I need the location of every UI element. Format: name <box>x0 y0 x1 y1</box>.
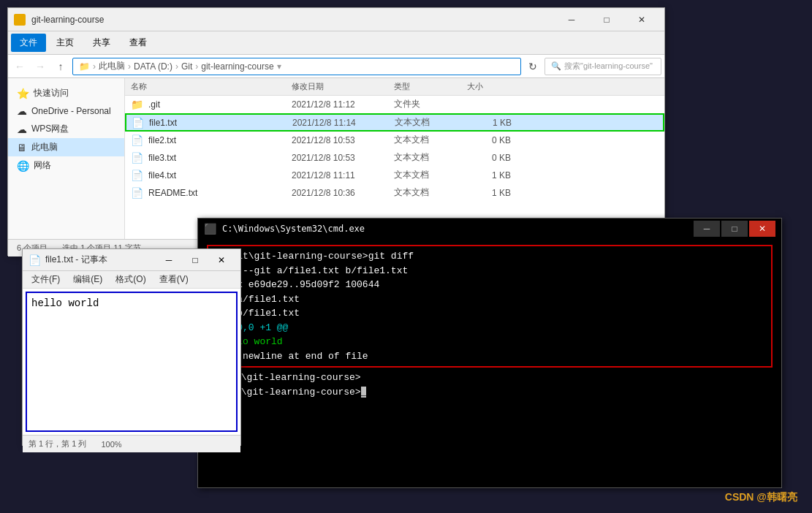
col-header-name[interactable]: 名称 <box>131 81 292 92</box>
path-part3: Git <box>181 61 192 72</box>
menu-view[interactable]: 查看(V) <box>153 272 194 287</box>
file-icon: 📁 <box>131 99 145 110</box>
file-list-header: 名称 修改日期 类型 大小 <box>125 78 664 96</box>
file-rows-container: 📁 .git 2021/12/8 11:12 文件夹 📄 file1.txt 2… <box>125 96 664 202</box>
onedrive-icon: ☁ <box>17 105 27 117</box>
up-button[interactable]: ↑ <box>52 58 69 75</box>
notepad-controls: ─ □ ✕ <box>156 251 235 269</box>
sidebar-label-onedrive: OneDrive - Personal <box>31 106 111 116</box>
cmd-title: C:\Windows\System32\cmd.exe <box>222 224 688 234</box>
address-path[interactable]: 📁 › 此电脑 › DATA (D:) › Git › git-learning… <box>72 58 521 75</box>
file-size: 0 KB <box>467 153 511 163</box>
cmd-content: D:\Git\git-learning-course>git diff diff… <box>198 239 781 405</box>
file-name: file2.txt <box>148 135 292 145</box>
file-icon: 📄 <box>131 187 145 199</box>
file-icon: 📄 <box>131 134 145 146</box>
file-type: 文件夹 <box>394 98 467 110</box>
file-type: 文本文档 <box>394 169 467 181</box>
menu-file[interactable]: 文件(F) <box>26 272 66 287</box>
sidebar-label-wps: WPS网盘 <box>31 123 69 135</box>
col-header-type[interactable]: 类型 <box>394 81 467 92</box>
path-part2: DATA (D:) <box>134 61 172 72</box>
notepad-text: hello world <box>31 297 99 309</box>
cmd-line-1: D:\Git\git-learning-course>git diff <box>214 249 765 264</box>
notepad-statusbar: 第 1 行，第 1 列 100% <box>23 435 240 452</box>
file-icon: 📄 <box>132 117 146 129</box>
notepad-maximize[interactable]: □ <box>182 251 208 269</box>
sidebar-item-wpsdisk[interactable]: ☁ WPS网盘 <box>8 120 124 138</box>
file-size: 0 KB <box>467 135 511 145</box>
file-type: 文本文档 <box>394 151 467 164</box>
cmd-line-4: --- a/file1.txt <box>214 292 765 307</box>
col-header-size[interactable]: 大小 <box>467 81 511 92</box>
sidebar-label-thispc: 此电脑 <box>31 141 58 153</box>
explorer-titlebar: git-learning-course ─ □ ✕ <box>8 8 664 31</box>
file-row[interactable]: 📄 file3.txt 2021/12/8 10:53 文本文档 0 KB <box>125 149 664 167</box>
cmd-maximize[interactable]: □ <box>721 221 748 237</box>
sidebar-item-quickaccess[interactable]: ⭐ 快速访问 <box>8 84 124 102</box>
file-date: 2021/12/8 10:53 <box>292 153 394 163</box>
notepad-minimize[interactable]: ─ <box>156 251 182 269</box>
path-part4: git-learning-course <box>201 61 273 72</box>
file-row[interactable]: 📄 file2.txt 2021/12/8 10:53 文本文档 0 KB <box>125 132 664 149</box>
file-row[interactable]: 📄 README.txt 2021/12/8 10:36 文本文档 1 KB <box>125 184 664 202</box>
file-row[interactable]: 📄 file4.txt 2021/12/8 11:11 文本文档 1 KB <box>125 167 664 184</box>
notepad-icon: 📄 <box>29 254 41 266</box>
cmd-titlebar: ⬛ C:\Windows\System32\cmd.exe ─ □ ✕ <box>198 218 781 239</box>
notepad-line-col: 第 1 行，第 1 列 <box>29 438 86 449</box>
cmd-minimize[interactable]: ─ <box>694 221 720 237</box>
sidebar-item-thispc[interactable]: 🖥 此电脑 <box>8 138 124 156</box>
explorer-title: git-learning-course <box>31 15 549 25</box>
notepad-menubar: 文件(F) 编辑(E) 格式(O) 查看(V) <box>23 271 240 289</box>
search-placeholder: 搜索"git-learning-course" <box>564 61 653 72</box>
cmd-line-3: index e69de29..95d09f2 100644 <box>214 278 765 292</box>
cmd-line-6: @@ -0,0 +1 @@ <box>214 321 765 335</box>
file-size: 1 KB <box>467 188 511 198</box>
ribbon-tab-file[interactable]: 文件 <box>11 34 46 52</box>
file-name: README.txt <box>148 188 292 198</box>
file-name: file3.txt <box>148 153 292 163</box>
minimize-button[interactable]: ─ <box>555 8 588 31</box>
cmd-close[interactable]: ✕ <box>749 221 775 237</box>
notepad-close[interactable]: ✕ <box>208 251 235 269</box>
refresh-button[interactable]: ↻ <box>524 58 542 75</box>
file-type: 文本文档 <box>394 186 467 199</box>
menu-format[interactable]: 格式(O) <box>110 272 151 287</box>
cmd-icon: ⬛ <box>204 223 216 235</box>
file-type: 文本文档 <box>395 116 468 129</box>
wpsdisk-icon: ☁ <box>17 123 27 135</box>
file-row[interactable]: 📁 .git 2021/12/8 11:12 文件夹 <box>125 96 664 113</box>
file-date: 2021/12/8 10:36 <box>292 188 394 198</box>
notepad-window: 📄 file1.txt - 记事本 ─ □ ✕ 文件(F) 编辑(E) 格式(O… <box>22 248 241 446</box>
ribbon-tab-share[interactable]: 共享 <box>84 34 119 52</box>
file-size: 1 KB <box>468 118 512 128</box>
file-date: 2021/12/8 11:11 <box>292 170 394 180</box>
sidebar: ⭐ 快速访问 ☁ OneDrive - Personal ☁ WPS网盘 🖥 此… <box>8 78 125 239</box>
notepad-editor[interactable]: hello world <box>26 292 238 432</box>
cmd-prompt-1: D:\Git\git-learning-course> <box>207 370 773 385</box>
ribbon-tab-view[interactable]: 查看 <box>121 34 156 52</box>
search-box[interactable]: 🔍 搜索"git-learning-course" <box>545 58 661 75</box>
file-row[interactable]: 📄 file1.txt 2021/12/8 11:14 文本文档 1 KB <box>125 113 664 132</box>
cmd-diff-box: D:\Git\git-learning-course>git diff diff… <box>207 245 773 368</box>
file-date: 2021/12/8 11:12 <box>292 99 394 110</box>
file-name: file4.txt <box>148 170 292 180</box>
explorer-window-controls: ─ □ ✕ <box>555 8 659 31</box>
file-size: 1 KB <box>467 170 511 180</box>
col-header-date[interactable]: 修改日期 <box>292 81 394 92</box>
sidebar-item-network[interactable]: 🌐 网络 <box>8 156 124 175</box>
file-date: 2021/12/8 10:53 <box>292 135 394 145</box>
forward-button[interactable]: → <box>31 58 49 75</box>
path-part1: 此电脑 <box>99 60 125 72</box>
notepad-title: file1.txt - 记事本 <box>45 254 151 266</box>
menu-edit[interactable]: 编辑(E) <box>67 272 108 287</box>
cmd-line-5: +++ b/file1.txt <box>214 306 765 321</box>
sidebar-label-quickaccess: 快速访问 <box>34 87 69 99</box>
close-button[interactable]: ✕ <box>625 8 659 31</box>
ribbon-tab-home[interactable]: 主页 <box>48 34 83 52</box>
back-button[interactable]: ← <box>11 58 29 75</box>
explorer-body: ⭐ 快速访问 ☁ OneDrive - Personal ☁ WPS网盘 🖥 此… <box>8 78 664 239</box>
file-icon: 📄 <box>131 170 145 181</box>
sidebar-item-onedrive[interactable]: ☁ OneDrive - Personal <box>8 102 124 120</box>
maximize-button[interactable]: □ <box>590 8 623 31</box>
